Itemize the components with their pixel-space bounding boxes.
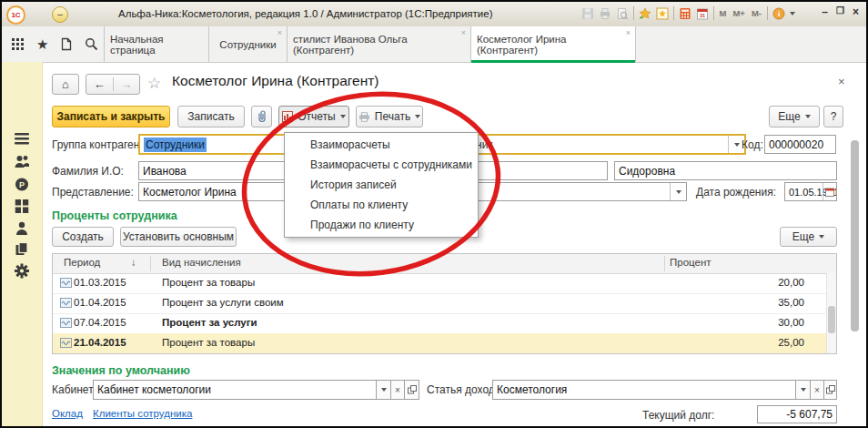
income-item-field[interactable]: Косметология [492, 380, 796, 400]
settings-gear-icon[interactable] [15, 263, 30, 279]
memory-m-button[interactable]: M [719, 8, 728, 18]
home-button[interactable]: ⌂ [52, 74, 79, 95]
column-period[interactable]: Период [64, 257, 100, 268]
calculator-icon[interactable] [679, 7, 691, 20]
salary-link[interactable]: Оклад [52, 408, 83, 419]
form-close-icon[interactable]: × [838, 75, 845, 88]
employee-clients-link[interactable]: Клиенты сотрудника [93, 408, 192, 419]
info-dropdown-icon[interactable] [790, 12, 795, 15]
close-button[interactable]: × [853, 5, 859, 18]
cabinet-dropdown-icon[interactable] [376, 380, 391, 400]
toolbar-separator [713, 6, 714, 20]
income-dropdown-icon[interactable] [795, 380, 811, 400]
print-menu-button[interactable]: Печать [356, 106, 423, 127]
main-menu-icon[interactable] [11, 37, 25, 51]
toolbar-separator [633, 6, 634, 20]
menu-item-settlements-with-employees[interactable]: Взаиморасчеты с сотрудниками [285, 155, 478, 175]
application-window: 1С – Альфа-Ника:Косметология, редакция 1… [0, 0, 868, 428]
register-record-icon [60, 278, 72, 288]
percent-section-heading: Проценты сотрудника [52, 209, 177, 222]
more-button[interactable]: Еще [769, 106, 820, 127]
preview-icon[interactable] [616, 7, 629, 20]
column-percent[interactable]: Процент [670, 257, 712, 268]
close-tab-icon[interactable]: × [278, 29, 282, 37]
minimize-button[interactable]: – [822, 5, 828, 18]
service-menu-button[interactable]: – [52, 6, 68, 23]
defaults-section-heading: Значения по умолчанию [52, 364, 190, 377]
memory-m-plus-button[interactable]: M+ [732, 8, 745, 18]
save-icon[interactable] [581, 7, 594, 20]
cabinet-field[interactable]: Кабинет косметологии [93, 380, 377, 400]
save-and-close-button[interactable]: Записать и закрыть [52, 106, 170, 127]
add-favorite-icon[interactable] [639, 7, 651, 20]
dropdown-caret-icon [805, 115, 811, 118]
dropdown-caret-icon [415, 115, 420, 118]
memory-m-minus-button[interactable]: M- [751, 8, 762, 18]
table-more-button[interactable]: Еще [780, 227, 837, 247]
table-row-selected[interactable]: 21.04.2015 Процент за товары 25,00 [53, 333, 826, 353]
forward-button[interactable]: → [114, 77, 140, 91]
dropdown-caret-icon [340, 115, 346, 118]
favorite-star-icon[interactable]: ☆ [147, 74, 161, 93]
set-main-button[interactable]: Установить основным [120, 227, 237, 247]
search-icon[interactable] [85, 37, 98, 51]
back-button[interactable]: ← [86, 77, 114, 91]
favorites-icon[interactable] [656, 7, 669, 20]
tab-home[interactable]: Начальная страница [105, 26, 209, 62]
table-scrollbar-thumb[interactable] [828, 306, 835, 333]
table-row[interactable]: 01.03.2015 Процент за товары 20,00 [53, 273, 826, 294]
tab-employees[interactable]: Сотрудники× [209, 26, 288, 62]
birthdate-label: Дата рождения: [696, 186, 776, 199]
menu-item-record-history[interactable]: История записей [285, 175, 478, 195]
print-icon[interactable] [599, 7, 611, 20]
reports-dropdown-menu: Взаиморасчеты Взаиморасчеты с сотрудника… [284, 132, 479, 238]
patronymic-field[interactable]: Сидоровна [614, 161, 837, 180]
date-picker-icon[interactable] [823, 183, 836, 200]
income-open-icon[interactable] [823, 380, 837, 400]
tab-cosmetologist-irina[interactable]: Косметолог Ирина (Контрагент)× [471, 26, 636, 62]
cabinet-label: Кабинет: [52, 383, 96, 396]
services-section-icon[interactable] [15, 199, 29, 213]
tab-stylist-ivanova[interactable]: стилист Иванова Ольга (Контрагент)× [288, 26, 471, 62]
toolbar-separator [767, 6, 768, 20]
income-clear-icon[interactable]: × [810, 380, 824, 400]
table-scrollbar[interactable] [826, 273, 836, 353]
form-scrollbar-thumb[interactable] [851, 140, 859, 331]
birthdate-field[interactable]: 01.05.1971 [784, 182, 837, 201]
history-icon[interactable] [60, 37, 73, 51]
calendar-icon[interactable]: 31 [696, 7, 709, 20]
favorites-star-icon[interactable]: ★ [36, 37, 48, 51]
report-icon [282, 111, 293, 122]
svg-text:31: 31 [699, 13, 704, 18]
sort-descending-icon[interactable]: ↓ [131, 257, 136, 268]
reports-menu-button[interactable]: Отчеты [278, 106, 349, 127]
documents-section-icon[interactable] [15, 242, 29, 256]
table-row[interactable]: 07.04.2015 Процент за услуги 30,00 [53, 313, 826, 334]
sections-menu-icon[interactable] [15, 133, 29, 145]
paperclip-icon [257, 110, 267, 123]
menu-item-client-payments[interactable]: Оплаты по клиенту [285, 195, 478, 215]
presentation-label: Представление: [52, 186, 134, 199]
presentation-dropdown-icon[interactable] [670, 183, 686, 200]
save-button[interactable]: Записать [177, 106, 245, 127]
menu-item-mutual-settlements[interactable]: Взаиморасчеты [285, 135, 478, 155]
restore-button[interactable]: ❐ [836, 5, 844, 18]
printer-icon [358, 112, 370, 122]
attachments-button[interactable] [251, 106, 272, 127]
menu-item-client-sales[interactable]: Продажи по клиенту [285, 215, 478, 235]
code-field[interactable]: 000000020 [764, 135, 836, 154]
help-button[interactable]: ? [823, 106, 843, 127]
enterprise-section-icon[interactable]: P [15, 178, 29, 191]
info-icon[interactable]: i [772, 7, 785, 20]
column-accrual-type[interactable]: Вид начисления [162, 257, 241, 268]
close-tab-icon[interactable]: × [461, 29, 466, 37]
cabinet-open-icon[interactable] [404, 380, 419, 400]
column-divider [150, 256, 151, 271]
group-value: Сотрудники [144, 138, 207, 152]
clients-section-icon[interactable] [15, 221, 28, 235]
cabinet-clear-icon[interactable]: × [390, 380, 405, 400]
table-row[interactable]: 01.04.2015 Процент за услуги своим 35,00 [53, 293, 826, 314]
employees-section-icon[interactable] [15, 155, 30, 168]
create-button[interactable]: Создать [52, 227, 114, 247]
close-tab-icon[interactable]: × [626, 29, 631, 37]
